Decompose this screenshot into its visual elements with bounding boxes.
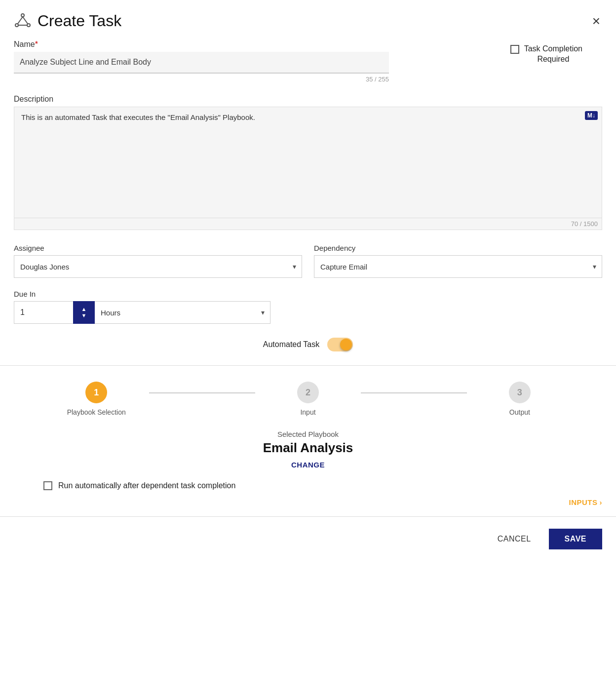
step-1-label: Playbook Selection [67,408,126,416]
workflow-icon [14,12,32,30]
due-in-unit-select[interactable]: Hours Days Minutes [95,301,270,324]
due-in-unit-wrapper: Hours Days Minutes ▾ [95,301,270,324]
dependency-label: Dependency [314,244,602,252]
cancel-button[interactable]: CANCEL [490,530,539,548]
inputs-link[interactable]: INPUTS › [569,498,602,506]
inputs-link-row: INPUTS › [14,498,602,506]
modal-header: Create Task × [14,12,602,30]
spinner-down-icon: ▼ [81,313,87,318]
due-in-row: Due In ▲ ▼ Hours Days Minutes ▾ [14,290,602,324]
svg-point-2 [27,24,30,27]
selected-playbook-name: Email Analysis [14,440,602,456]
inputs-chevron-icon: › [600,498,603,506]
title-group: Create Task [14,12,121,30]
steps-row: 1 Playbook Selection 2 Input 3 Output [43,382,573,416]
description-wrapper: M↓ This is an automated Task that execut… [14,107,602,230]
step-2-label: Input [300,408,315,416]
page-title: Create Task [38,12,121,30]
step-connector-1-2 [149,392,255,393]
close-button[interactable]: × [590,12,602,30]
description-char-count: 70 / 1500 [14,218,602,230]
svg-point-0 [21,14,24,17]
spinner-up-icon: ▲ [81,307,87,312]
due-in-number-input[interactable] [14,301,73,324]
step-2-col: 2 Input [255,382,361,416]
markdown-badge: M↓ [585,111,598,120]
assignee-select-wrapper: Douglas Jones Other User ▾ [14,255,302,278]
due-in-spinner-button[interactable]: ▲ ▼ [73,301,95,324]
name-field-group: Name* 35 / 255 [14,40,389,83]
step-3-label: Output [509,408,530,416]
assignee-select[interactable]: Douglas Jones Other User [14,255,302,278]
auto-run-label: Run automatically after dependent task c… [58,481,235,490]
step-3-col: 3 Output [467,382,573,416]
assignee-label: Assignee [14,244,302,252]
section-divider [0,365,616,366]
description-textarea[interactable]: This is an automated Task that executes … [14,107,602,216]
svg-line-3 [18,17,23,24]
auto-run-checkbox[interactable] [43,481,52,490]
selected-playbook-label: Selected Playbook [14,430,602,438]
step-3-circle[interactable]: 3 [509,382,531,403]
step-2-circle[interactable]: 2 [297,382,319,403]
task-completion-section: Task Completion Required [510,44,582,65]
automated-task-label: Automated Task [263,340,319,349]
dependency-col: Dependency Capture Email None ▾ [314,244,602,278]
description-label: Description [14,95,602,104]
automated-task-row: Automated Task [14,338,602,351]
step-1-circle[interactable]: 1 [85,382,107,403]
description-group: Description M↓ This is an automated Task… [14,95,602,230]
due-in-label: Due In [14,290,602,298]
create-task-modal: Create Task × Name* 35 / 255 Task Comple… [0,0,616,697]
name-section: Name* 35 / 255 Task Completion Required [14,40,602,83]
auto-run-row: Run automatically after dependent task c… [43,481,602,490]
name-label: Name* [14,40,389,49]
name-char-count: 35 / 255 [14,76,389,83]
svg-point-1 [15,24,18,27]
svg-line-4 [23,17,28,24]
save-button[interactable]: SAVE [549,529,602,549]
name-input[interactable] [14,52,389,74]
step-connector-2-3 [361,392,466,393]
step-1-col: 1 Playbook Selection [43,382,149,416]
assignee-col: Assignee Douglas Jones Other User ▾ [14,244,302,278]
playbook-area: Selected Playbook Email Analysis CHANGE [14,430,602,469]
task-completion-label: Task Completion Required [524,44,582,65]
assignee-dependency-row: Assignee Douglas Jones Other User ▾ Depe… [14,244,602,278]
change-playbook-link[interactable]: CHANGE [291,461,325,469]
dependency-select[interactable]: Capture Email None [314,255,602,278]
footer: CANCEL SAVE [14,517,602,549]
task-completion-checkbox[interactable] [510,45,519,54]
automated-task-toggle[interactable] [327,338,353,351]
due-in-inputs: ▲ ▼ Hours Days Minutes ▾ [14,301,270,324]
dependency-select-wrapper: Capture Email None ▾ [314,255,602,278]
